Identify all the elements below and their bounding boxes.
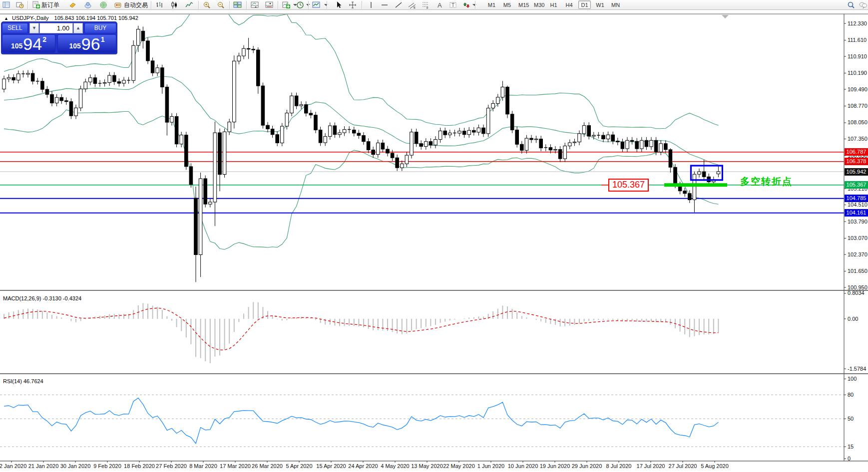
rsi-tick-label: 100	[848, 376, 868, 382]
macd-main-value: -0.3130	[42, 295, 61, 301]
rsi-tick-label: 50	[848, 416, 868, 422]
toolbar-separator	[229, 1, 230, 9]
sell-button[interactable]: SELL	[2, 23, 28, 33]
sell-price-button[interactable]: 105 94 2	[2, 34, 55, 53]
ohlc-readout: 105.843 106.194 105.701 105.942	[54, 15, 138, 21]
svg-text:T: T	[451, 2, 454, 8]
market-icon[interactable]	[83, 0, 93, 9]
indicator-window2-icon[interactable]	[264, 0, 274, 9]
timeframe-w1-button[interactable]: W1	[594, 0, 606, 9]
template-icon[interactable]	[311, 0, 321, 9]
chat-icon[interactable]	[858, 0, 868, 9]
macd-tick-label: 0.00	[848, 316, 868, 322]
timeframe-m1-button[interactable]: M1	[485, 0, 498, 9]
new-order-icon[interactable]	[31, 0, 41, 9]
rsi-value: 46.7624	[23, 378, 43, 384]
date-tick-label: 19 Jun 2020	[540, 463, 570, 469]
buy-price-pips: 96	[81, 36, 100, 51]
crosshair-icon[interactable]	[348, 0, 358, 9]
toolbar-separator	[475, 1, 476, 9]
new-order-button-label[interactable]: 新订单	[41, 0, 59, 9]
date-tick-label: 4 May 2020	[381, 463, 409, 469]
date-tick-label: 17 Mar 2020	[220, 463, 251, 469]
price-level-badge: 104.161	[845, 209, 868, 217]
trendline-icon[interactable]	[394, 0, 404, 9]
sell-price-handle: 105	[11, 42, 22, 50]
zoom-in-icon[interactable]	[202, 0, 212, 9]
date-tick-label: 10 Jun 2020	[508, 463, 538, 469]
rsi-pane-label: RSI(14) 46.7624	[3, 378, 43, 384]
date-tick-label: 13 May 2020	[411, 463, 443, 469]
symbol-up-triangle-icon: ▲	[4, 16, 8, 21]
bar-chart-icon[interactable]	[154, 0, 164, 9]
timeframe-d1-button[interactable]: D1	[578, 0, 591, 9]
price-tick-label: 110.190	[848, 70, 868, 76]
vertical-line-icon[interactable]	[366, 0, 376, 9]
svg-text:F: F	[427, 6, 429, 9]
search-icon[interactable]	[846, 0, 856, 9]
date-tick-label: 8 Mar 2020	[189, 463, 217, 469]
chart-canvas[interactable]	[0, 0, 868, 472]
caret-icon[interactable]	[321, 0, 331, 9]
price-tick-label: 111.610	[848, 37, 868, 43]
one-click-trading-panel: SELL ▼ ▲ BUY 105 94 2 105 96 1	[1, 22, 117, 54]
price-level-badge: 106.787	[845, 148, 868, 156]
caret-icon[interactable]	[469, 0, 479, 9]
line-chart-icon[interactable]	[184, 0, 194, 9]
sell-price-point: 2	[42, 35, 46, 43]
volume-input[interactable]	[39, 23, 73, 33]
date-tick-label: 24 Apr 2020	[348, 463, 378, 469]
price-tick-label: 112.330	[848, 20, 868, 26]
indicator-window-icon[interactable]	[250, 0, 260, 9]
support-price-label[interactable]: 105.367	[608, 179, 649, 192]
timeframe-h4-button[interactable]: H4	[563, 0, 575, 9]
chart-header: ▲ USDJPY-,Daily 105.843 106.194 105.701 …	[4, 15, 138, 21]
svg-text:E: E	[414, 6, 416, 9]
price-level-badge: 104.785	[845, 195, 868, 202]
cursor-icon[interactable]	[334, 0, 344, 9]
svg-text:A: A	[437, 1, 442, 9]
price-tick-label: 103.790	[848, 219, 868, 225]
text-label-icon[interactable]: T	[448, 0, 458, 9]
horizontal-line-icon[interactable]	[380, 0, 390, 9]
buy-price-handle: 105	[69, 42, 81, 50]
timeframe-m30-button[interactable]: M30	[532, 0, 546, 9]
autotrading-icon[interactable]	[113, 0, 123, 9]
timeframe-m15-button[interactable]: M15	[516, 0, 531, 9]
strategy-tester-icon[interactable]	[15, 0, 25, 9]
fibonacci-icon[interactable]: F	[421, 0, 431, 9]
charts-panel-icon[interactable]	[1, 0, 11, 9]
timeframe-mn-button[interactable]: MN	[609, 0, 622, 9]
buy-price-point: 1	[101, 35, 105, 43]
rsi-tick-label: 80	[848, 392, 868, 398]
volume-down-button[interactable]: ▼	[29, 23, 39, 33]
zoom-out-icon[interactable]	[216, 0, 226, 9]
signals-icon[interactable]	[98, 0, 108, 9]
trend-turning-point-note[interactable]: 多空转折点	[740, 175, 793, 188]
buy-price-button[interactable]: 105 96 1	[57, 34, 116, 53]
timeframe-h1-button[interactable]: H1	[547, 0, 560, 9]
text-icon[interactable]: A	[434, 0, 444, 9]
volume-up-button[interactable]: ▲	[73, 23, 83, 33]
price-tick-label: 104.510	[848, 202, 868, 208]
price-tick-label: 108.050	[848, 119, 868, 125]
buy-button[interactable]: BUY	[84, 23, 116, 33]
metaeditor-icon[interactable]	[67, 0, 77, 9]
support-highlight-bar	[664, 183, 727, 187]
toolbar-separator	[362, 1, 363, 9]
macd-tick-label: 0.8034	[848, 290, 868, 296]
macd-tick-label: -1.5784	[848, 366, 868, 372]
toolbar-separator	[327, 1, 328, 9]
chart-shift-marker-icon[interactable]	[722, 15, 729, 18]
rsi-name: RSI(14)	[3, 378, 22, 384]
timeframe-m5-button[interactable]: M5	[501, 0, 513, 9]
add-indicator-icon[interactable]	[281, 0, 291, 9]
channel-icon[interactable]: E	[407, 0, 417, 9]
macd-signal-value: -0.4324	[63, 295, 81, 301]
autotrading-button-label[interactable]: 自动交易	[124, 0, 148, 9]
tile-windows-icon[interactable]	[232, 0, 242, 9]
date-tick-label: 12 Jan 2020	[0, 463, 26, 469]
price-level-badge: 105.367	[845, 181, 868, 189]
candlestick-chart-icon[interactable]	[169, 0, 179, 9]
toolbar-separator	[27, 1, 28, 9]
